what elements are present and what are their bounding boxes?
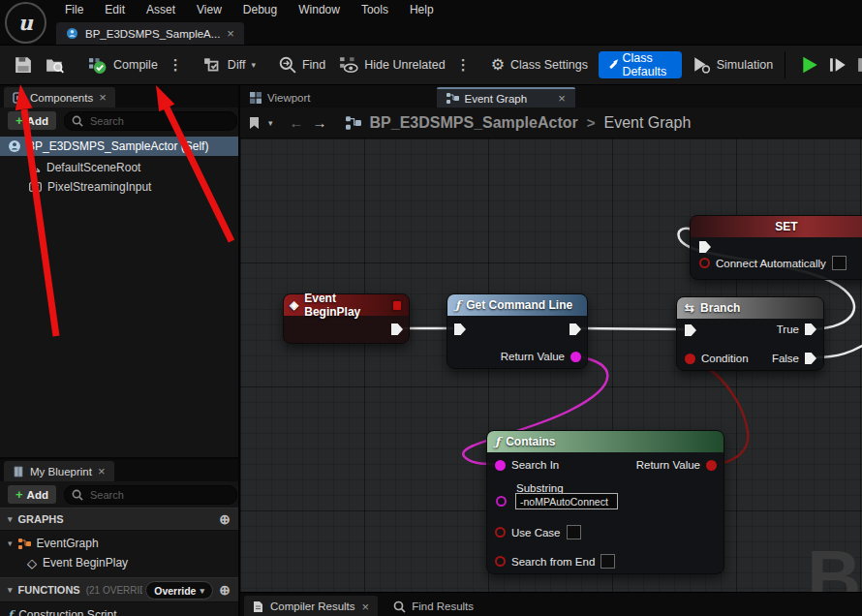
chevron-down-icon: ▾ — [251, 60, 256, 70]
my-blueprint-panel: My Blueprint × + Add ⚙ ▾ GRAPHS ⊕ — [0, 457, 238, 616]
bool-pin[interactable] — [706, 460, 717, 471]
graph-icon — [346, 115, 361, 131]
menu-tools[interactable]: Tools — [351, 0, 399, 19]
node-contains-header: ƒ Contains — [487, 431, 723, 452]
close-icon[interactable]: × — [227, 27, 234, 40]
use-case-checkbox[interactable] — [567, 525, 581, 539]
menu-file[interactable]: File — [54, 0, 94, 19]
browse-to-asset-button[interactable] — [39, 50, 72, 79]
search-from-end-checkbox[interactable] — [600, 554, 615, 569]
bool-pin[interactable] — [685, 354, 695, 364]
menu-view[interactable]: View — [186, 0, 232, 19]
tab-components[interactable]: Components × — [4, 87, 115, 108]
node-event-begin-play[interactable]: ◈ Event BeginPlay — [283, 293, 410, 344]
bookmark-icon[interactable] — [249, 116, 260, 130]
exec-out-true-pin[interactable] — [805, 323, 816, 335]
save-button[interactable] — [8, 50, 39, 79]
component-row-scene-root[interactable]: DefaultSceneRoot — [0, 158, 238, 177]
close-icon[interactable]: × — [558, 92, 566, 105]
unreal-logo-letter: u — [18, 11, 33, 35]
bool-pin[interactable] — [495, 556, 506, 567]
collapse-triangle-icon[interactable]: ▾ — [8, 585, 13, 595]
menu-help[interactable]: Help — [399, 0, 445, 19]
class-settings-button[interactable]: ⚙ Class Settings — [484, 50, 595, 79]
exec-in-pin[interactable] — [699, 241, 711, 253]
node-begin-play-title: Event BeginPlay — [304, 292, 385, 319]
graph-canvas[interactable]: BL SET Connect Automatically — [240, 139, 862, 592]
back-arrow-icon[interactable]: ← — [290, 114, 304, 131]
stop-button[interactable] — [857, 57, 862, 73]
substring-input[interactable] — [515, 493, 618, 509]
frame-skip-button[interactable] — [829, 56, 847, 74]
tab-my-blueprint[interactable]: My Blueprint × — [4, 461, 114, 481]
diff-button[interactable]: Diff ▾ — [197, 50, 262, 79]
forward-arrow-icon[interactable]: → — [313, 114, 327, 131]
add-component-button[interactable]: + Add — [8, 111, 56, 130]
find-button[interactable]: Find — [272, 50, 332, 79]
collapse-triangle-icon[interactable]: ▾ — [8, 539, 13, 548]
node-branch[interactable]: ⇆ Branch True Condition False — [676, 296, 824, 371]
override-dropdown[interactable]: Override ▾ — [145, 581, 213, 600]
components-search-input[interactable] — [88, 114, 230, 128]
add-function-icon[interactable]: ⊕ — [219, 583, 231, 597]
string-pin[interactable] — [495, 460, 506, 471]
exec-out-pin[interactable] — [570, 323, 581, 335]
my-blueprint-icon — [13, 466, 24, 477]
menu-asset[interactable]: Asset — [136, 0, 186, 19]
string-pin[interactable] — [570, 352, 581, 362]
my-blueprint-add-row: + Add ⚙ — [0, 481, 238, 508]
exec-in-pin[interactable] — [454, 323, 466, 335]
menu-window[interactable]: Window — [288, 0, 351, 19]
close-icon[interactable]: × — [98, 465, 106, 477]
tab-viewport[interactable]: Viewport — [240, 87, 321, 108]
compile-options-kebab-icon[interactable]: ⋮ — [165, 56, 187, 74]
graphs-section-header[interactable]: ▾ GRAPHS ⊕ — [0, 508, 238, 531]
node-get-command-line[interactable]: ƒ Get Command Line Return Value — [446, 293, 588, 369]
bool-pin[interactable] — [699, 258, 710, 268]
node-set-title: SET — [775, 220, 797, 233]
class-defaults-button[interactable]: Class Defaults — [599, 51, 682, 78]
node-contains[interactable]: ƒ Contains Search In Return Value Substr… — [486, 430, 724, 574]
functions-count: (21 OVERRIDABLE) — [86, 585, 142, 596]
chevron-down-icon[interactable]: ▾ — [268, 118, 273, 128]
close-icon[interactable]: × — [99, 91, 107, 104]
tab-compiler-results[interactable]: Compiler Results × — [244, 596, 378, 616]
construction-script-row[interactable]: ƒ Construction Script — [0, 605, 238, 616]
simulation-button[interactable]: Simulation — [686, 50, 780, 79]
add-graph-icon[interactable]: ⊕ — [219, 512, 231, 526]
chevron-down-icon: ▾ — [200, 586, 204, 596]
asset-tab-blueprint[interactable]: BP_E3DSMPS_SampleA... × — [56, 22, 244, 45]
node-set[interactable]: SET Connect Automatically — [690, 215, 862, 280]
collapse-triangle-icon[interactable]: ▾ — [8, 514, 13, 524]
tab-find-results[interactable]: Find Results — [393, 596, 474, 616]
functions-section-header[interactable]: ▾ FUNCTIONS (21 OVERRIDABLE) Override ▾ … — [0, 577, 238, 602]
hide-unrelated-options-kebab-icon[interactable]: ⋮ — [452, 56, 475, 74]
breadcrumb-separator: > — [587, 114, 596, 131]
begin-play-row[interactable]: ◇ Event BeginPlay — [0, 553, 238, 572]
hide-unrelated-button[interactable]: Hide Unrelated — [332, 50, 451, 79]
exec-out-pin[interactable] — [391, 323, 403, 335]
close-icon[interactable]: × — [362, 601, 370, 613]
node-branch-header: ⇆ Branch — [677, 297, 823, 319]
breadcrumb-root[interactable]: BP_E3DSMPS_SampleActor — [370, 114, 578, 132]
exec-in-pin[interactable] — [685, 324, 696, 336]
tab-event-graph[interactable]: Event Graph × — [437, 87, 575, 108]
play-button[interactable] — [800, 55, 819, 75]
breadcrumb-current: Event Graph — [603, 114, 691, 132]
asset-tab-label: BP_E3DSMPS_SampleA... — [85, 28, 220, 40]
bool-pin[interactable] — [495, 527, 506, 538]
event-graph-row[interactable]: ▾ EventGraph — [0, 534, 238, 553]
my-blueprint-search-input[interactable] — [88, 488, 230, 502]
menu-edit[interactable]: Edit — [94, 0, 136, 19]
component-row-self[interactable]: BP_E3DSMPS_SampleActor (Self) — [0, 137, 238, 156]
connect-automatically-label: Connect Automatically — [716, 258, 826, 269]
exec-out-false-pin[interactable] — [805, 353, 816, 364]
compiler-results-icon — [253, 601, 263, 613]
compile-button[interactable]: Compile — [81, 50, 165, 79]
component-row-pixel-streaming[interactable]: PixelStreamingInput — [0, 177, 238, 197]
connect-automatically-checkbox[interactable] — [832, 256, 847, 270]
add-blueprint-item-button[interactable]: + Add — [8, 485, 56, 504]
string-pin[interactable] — [496, 496, 507, 507]
menu-debug[interactable]: Debug — [232, 0, 288, 19]
viewport-icon — [250, 92, 262, 104]
